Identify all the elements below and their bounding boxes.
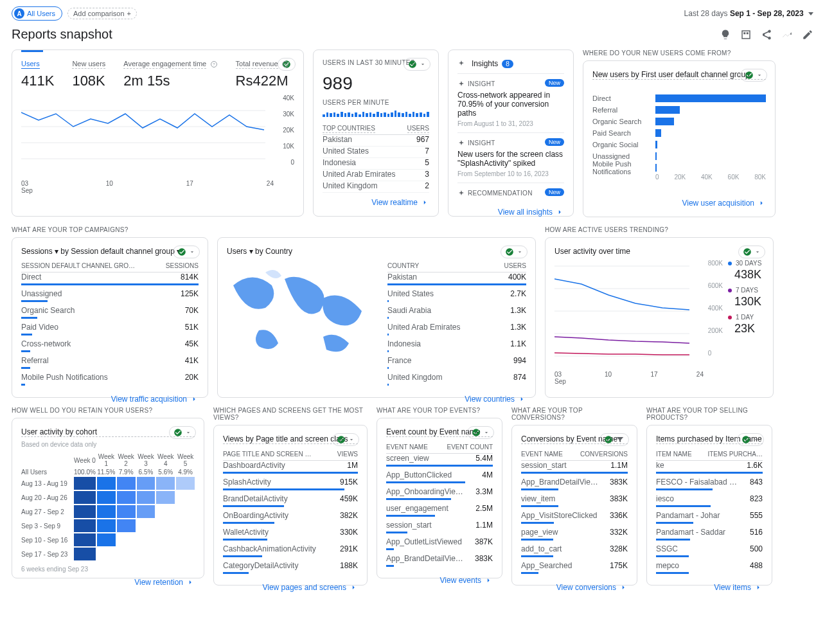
products-section-label: WHAT ARE YOUR TOP SELLING PRODUCTS? xyxy=(646,407,772,421)
view-traffic-link[interactable]: View traffic acquisition xyxy=(111,395,199,404)
table-row[interactable]: DashboardActivity1M xyxy=(223,461,358,474)
table-row[interactable]: Direct814K xyxy=(21,273,199,285)
segment-chip[interactable]: A All Users xyxy=(12,6,62,21)
table-row[interactable]: App_BrandDetailVie…383K xyxy=(521,478,628,490)
table-row[interactable]: CategoryDetailActivity188K xyxy=(223,561,358,574)
hbar-row[interactable]: Organic Social xyxy=(592,139,766,150)
campaigns-selector[interactable]: Sessions ▾ by Session default channel gr… xyxy=(21,247,199,256)
table-row[interactable]: App_BrandDetailVie…383K xyxy=(386,554,493,567)
hbar-row[interactable]: Direct xyxy=(592,93,766,104)
table-row[interactable]: App_VisitStoreClicked336K xyxy=(521,511,628,524)
trending-card: User activity over time 800K600K400K200K… xyxy=(545,237,774,398)
view-acquisition-link[interactable]: View user acquisition xyxy=(682,199,766,208)
trend-icon[interactable] xyxy=(781,29,793,40)
table-row[interactable]: App_OnboardingVie…3.3M xyxy=(386,487,493,500)
card-status[interactable] xyxy=(169,426,196,439)
table-row[interactable]: view_item383K xyxy=(521,494,628,507)
arrow-right-icon xyxy=(555,208,564,217)
view-items-link[interactable]: View items xyxy=(714,583,763,592)
table-row[interactable]: SSGC500 xyxy=(656,544,763,557)
table-row[interactable]: ke1.6K xyxy=(656,461,763,474)
country-selector[interactable]: Users ▾ by Country xyxy=(227,247,526,256)
card-status[interactable] xyxy=(737,433,764,446)
card-status[interactable] xyxy=(173,246,200,258)
table-row[interactable]: user_engagement2.5M xyxy=(386,504,493,517)
table-row[interactable]: screen_view5.4M xyxy=(386,454,493,467)
card-status[interactable] xyxy=(501,246,528,258)
view-conversions-link[interactable]: View conversions xyxy=(556,583,628,592)
table-row[interactable]: add_to_cart328K xyxy=(521,544,628,557)
card-status[interactable] xyxy=(332,433,359,446)
view-retention-link[interactable]: View retention xyxy=(134,578,195,587)
edit-icon[interactable] xyxy=(802,29,813,40)
help-icon[interactable]: ? xyxy=(210,60,218,68)
table-row[interactable]: Saudi Arabia1.3K xyxy=(387,306,526,319)
hbar-row[interactable]: Referral xyxy=(592,104,766,116)
table-row[interactable]: Pandamart - Saddar516 xyxy=(656,528,763,541)
table-row[interactable]: United Arab Emirates1.3K xyxy=(387,323,526,335)
table-row[interactable]: Indonesia1.1K xyxy=(387,339,526,352)
table-row[interactable]: Referral41K xyxy=(21,356,199,369)
date-range-picker[interactable]: Last 28 days Sep 1 - Sep 28, 2023 xyxy=(684,9,813,18)
insight-item[interactable]: INSIGHTNew Cross-network appeared in 70.… xyxy=(457,73,564,132)
card-status[interactable] xyxy=(599,433,629,446)
table-row[interactable]: CashbackAnimationActivity291K xyxy=(223,544,358,557)
table-row[interactable]: Indonesia5 xyxy=(323,158,429,170)
table-row[interactable]: United States7 xyxy=(323,147,429,158)
campaigns-section-label: WHAT ARE YOUR TOP CAMPAIGNS? xyxy=(12,226,208,233)
view-pages-link[interactable]: View pages and screens xyxy=(262,583,358,592)
table-row[interactable]: SplashActivity915K xyxy=(223,478,358,490)
card-status[interactable] xyxy=(467,426,494,439)
table-row[interactable]: page_view332K xyxy=(521,528,628,541)
metric-new-users[interactable]: New users 108K xyxy=(72,59,105,89)
view-events-link[interactable]: View events xyxy=(440,576,493,585)
table-row[interactable]: United States2.7K xyxy=(387,289,526,302)
table-row[interactable]: Unassigned125K xyxy=(21,289,199,302)
table-row[interactable]: FESCO - Faisalabad …843 xyxy=(656,478,763,490)
hbar-row[interactable]: Organic Search xyxy=(592,116,766,127)
table-row[interactable]: OnBoardingActivity382K xyxy=(223,511,358,524)
hbar-row[interactable]: Mobile Push Notifications xyxy=(592,162,766,174)
table-row[interactable]: App_ButtonClicked4M xyxy=(386,470,493,483)
metric-revenue[interactable]: Total revenue ? Rs422M xyxy=(236,59,289,89)
table-row[interactable]: Cross-network45K xyxy=(21,339,199,352)
view-insights-link[interactable]: View all insights xyxy=(498,208,564,217)
table-row[interactable]: mepco488 xyxy=(656,561,763,574)
card-status[interactable] xyxy=(740,69,767,82)
table-row[interactable]: WalletActivity330K xyxy=(223,528,358,541)
filter-icon[interactable] xyxy=(616,435,625,444)
table-row[interactable]: United Kingdom874 xyxy=(387,373,526,386)
insight-item[interactable]: INSIGHTNew New users for the screen clas… xyxy=(457,132,564,183)
table-row[interactable]: BrandDetailActivity459K xyxy=(223,494,358,507)
table-row[interactable]: App_OutletListViewed387K xyxy=(386,537,493,550)
add-comparison-chip[interactable]: Add comparison + xyxy=(67,8,137,19)
view-realtime-link[interactable]: View realtime xyxy=(371,198,429,207)
table-row[interactable]: App_Searched175K xyxy=(521,561,628,574)
hbar-row[interactable]: Paid Search xyxy=(592,127,766,139)
table-row[interactable]: Pandamart - Johar555 xyxy=(656,511,763,524)
table-row[interactable]: Pakistan400K xyxy=(387,273,526,285)
table-row[interactable]: Paid Video51K xyxy=(21,323,199,335)
table-row[interactable]: Organic Search70K xyxy=(21,306,199,319)
table-row[interactable]: iesco823 xyxy=(656,494,763,507)
table-row[interactable]: session_start1.1M xyxy=(521,461,628,474)
card-status[interactable] xyxy=(738,246,765,258)
table-row[interactable]: Pakistan967 xyxy=(323,135,429,147)
table-row[interactable]: United Kingdom2 xyxy=(323,181,429,193)
metric-engagement[interactable]: Average engagement time ? 2m 15s xyxy=(123,59,217,89)
table-row[interactable]: Mobile Push Notifications20K xyxy=(21,373,199,386)
table-row[interactable]: France994 xyxy=(387,356,526,369)
lightbulb-icon[interactable] xyxy=(720,29,731,40)
insight-item[interactable]: RECOMMENDATIONNew xyxy=(457,183,564,202)
customize-icon[interactable] xyxy=(740,29,752,40)
conversions-card: Conversions by Event name EVENT NAMECONV… xyxy=(511,425,637,586)
metric-users[interactable]: Users 411K xyxy=(21,59,54,89)
table-row[interactable]: session_start1.1M xyxy=(386,521,493,533)
help-icon[interactable]: ? xyxy=(281,60,289,68)
check-icon xyxy=(472,428,481,437)
table-row[interactable]: United Arab Emirates3 xyxy=(323,170,429,181)
retention-section-label: HOW WELL DO YOU RETAIN YOUR USERS? xyxy=(12,407,204,414)
card-status[interactable] xyxy=(404,58,430,71)
view-countries-link[interactable]: View countries xyxy=(465,395,526,404)
share-icon[interactable] xyxy=(761,29,772,40)
